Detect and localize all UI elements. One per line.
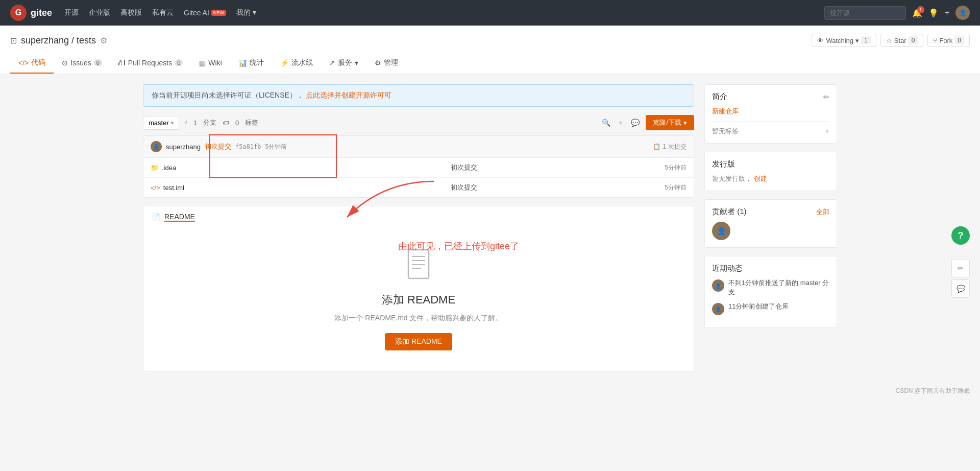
tab-pr[interactable]: ⛙ Pull Requests 0 [110,53,191,74]
activity-avatar: 👤 [712,279,724,292]
tab-stats[interactable]: 📊 统计 [230,53,272,74]
table-row: 📁 .idea 初次提交 5分钟前 [143,158,694,178]
manage-icon: ⚙ [375,59,381,67]
notification-badge: 1 [917,6,924,13]
nav-gitee-ai[interactable]: Gitee AI NEW [184,8,226,17]
repo-path: superzhang / tests [21,35,96,46]
logo-text: gitee [31,8,52,18]
sidebar-activity: 近期动态 👤 不到1分钟前推送了新的 master 分支 👤 11分钟前创建了仓… [704,256,837,328]
code-icon: </> [18,59,29,67]
repo-sidebar: 简介 ✏ 新建仓库 暂无标签 + 发行版 暂无发行版， 创建 贡献者 (1) [704,84,837,371]
nav-enterprise[interactable]: 企业版 [89,8,110,17]
repo-name-link[interactable]: tests [77,35,96,45]
tab-services[interactable]: ↗ 服务 ▾ [321,53,366,74]
nav-open-source[interactable]: 开源 [64,8,79,17]
repo-title-row: ⊡ superzhang / tests ⚙ 👁 Watching ▾ 1 ☆ … [10,34,970,47]
add-file-icon[interactable]: + [617,116,625,129]
readme-body: 添加 README 添加一个 README.md 文件，帮助感兴趣的人了解。 添… [143,228,694,371]
nav-campus[interactable]: 高校版 [120,8,142,17]
repo-settings-icon[interactable]: ⚙ [100,36,107,45]
issues-icon: ⊙ [62,59,68,67]
file-time: 5分钟前 [665,183,687,192]
file-link[interactable]: test.iml [163,184,184,192]
readme-title: 添加 README [154,292,683,308]
contributors-title: 贡献者 (1) 全部 [712,207,829,217]
search-input[interactable] [824,6,906,20]
commit-message[interactable]: 初次提交 [205,142,231,151]
all-contributors-link[interactable]: 全部 [816,207,829,217]
pr-count: 0 [175,59,183,66]
main-content: 你当前开源项目尚未选择许可证（LICENSE）， 点此选择并创建开源许可可 ma… [133,74,847,382]
license-notice: 你当前开源项目尚未选择许可证（LICENSE）， 点此选择并创建开源许可可 [143,84,694,107]
sidebar-intro-title: 简介 ✏ [712,92,829,102]
repo-actions: 👁 Watching ▾ 1 ☆ Star 0 ⑂ Fork 0 [812,34,970,47]
avatar[interactable]: 👤 [955,6,970,20]
clone-button[interactable]: 克隆/下载 ▾ [646,115,694,130]
history-icon: 📋 [653,143,660,150]
add-tag-icon[interactable]: + [825,127,829,136]
repo-main: 你当前开源项目尚未选择许可证（LICENSE）， 点此选择并创建开源许可可 ma… [143,84,694,371]
dropdown-icon: ▾ [855,37,859,44]
watching-button[interactable]: 👁 Watching ▾ 1 [812,34,876,47]
folder-icon: 📁 [151,164,159,172]
pr-icon: ⛙ [118,59,126,67]
file-time: 5分钟前 [665,163,687,172]
help-button[interactable]: ? [951,226,970,245]
nav-mine[interactable]: 我的 ▾ [236,8,256,17]
table-row: </> test.iml 初次提交 5分钟前 [143,178,694,197]
activity-title: 近期动态 [712,264,829,273]
tab-code[interactable]: </> 代码 [10,53,54,74]
bulb-icon[interactable]: 💡 [928,8,939,18]
plus-icon[interactable]: + [945,8,949,17]
activity-avatar: 👤 [712,303,724,315]
notification-icon[interactable]: 🔔 1 [912,8,922,18]
file-toolbar: master ▾ ⑂ 1 分支 🏷 0 标签 🔍 + 💬 克隆/下载 ▾ [143,115,694,130]
nav-private-cloud[interactable]: 私有云 [152,8,174,17]
file-name: 📁 .idea [151,164,263,172]
repo-tabs: </> 代码 ⊙ Issues 0 ⛙ Pull Requests 0 ▦ Wi… [10,53,970,74]
sidebar-releases: 发行版 暂无发行版， 创建 [704,152,837,191]
commit-count: 📋 1 次提交 [653,143,687,151]
file-info: ⑂ 1 分支 🏷 0 标签 [183,118,258,127]
fork-count: 0 [954,36,964,44]
files-area: 👤 superzhang 初次提交 f5a81fb 5分钟前 📋 1 次提交 📁… [143,135,694,198]
issues-count: 0 [94,59,102,66]
edit-intro-icon[interactable]: ✏ [823,93,829,101]
search-icon[interactable]: 🔍 [600,116,612,129]
readme-icon [154,249,683,284]
file-table: 📁 .idea 初次提交 5分钟前 </> test.iml 初次提交 5分钟前 [143,158,694,198]
nav-right: 🔔 1 💡 + 👤 [824,6,970,20]
logo[interactable]: G gitee [10,5,52,21]
pipeline-icon: ⚡ [280,59,289,67]
license-link[interactable]: 点此选择并创建开源许可可 [306,91,391,99]
star-button[interactable]: ☆ Star 0 [880,34,924,47]
branch-dropdown-icon: ▾ [171,120,174,126]
tab-issues[interactable]: ⊙ Issues 0 [54,53,110,74]
fork-icon: ⑂ [933,37,937,44]
file-link[interactable]: .idea [162,164,176,172]
wiki-icon: ▦ [199,59,206,67]
create-release-link[interactable]: 创建 [754,175,767,182]
repo-owner-link[interactable]: superzhang [21,35,69,45]
repo-title: ⊡ superzhang / tests ⚙ [10,35,107,46]
contributor-avatar[interactable]: 👤 [712,222,730,240]
tab-wiki[interactable]: ▦ Wiki [191,53,230,74]
edit-side-button[interactable]: ✏ [951,259,970,277]
new-repo-link[interactable]: 新建仓库 [712,107,739,115]
chat-side-button[interactable]: 💬 [951,279,970,298]
branch-selector[interactable]: master ▾ [143,116,179,130]
nav-links: 开源 企业版 高校版 私有云 Gitee AI NEW 我的 ▾ [64,8,812,17]
side-action-buttons: ✏ 💬 [951,259,970,298]
terminal-icon[interactable]: 💬 [629,116,642,129]
no-releases-text: 暂无发行版， [712,175,752,182]
tab-pipeline[interactable]: ⚡ 流水线 [272,53,321,74]
fork-button[interactable]: ⑂ Fork 0 [927,34,970,47]
clone-dropdown-icon: ▾ [683,119,687,127]
watching-count: 1 [861,36,871,44]
tab-manage[interactable]: ⚙ 管理 [366,53,406,74]
add-readme-button[interactable]: 添加 README [385,333,452,350]
code-file-icon: </> [151,184,160,192]
releases-title: 发行版 [712,159,829,169]
readme-section: 📄 README 添加 README 添加一个 README.md 文件，帮助感… [143,206,694,371]
eye-icon: 👁 [817,37,824,44]
